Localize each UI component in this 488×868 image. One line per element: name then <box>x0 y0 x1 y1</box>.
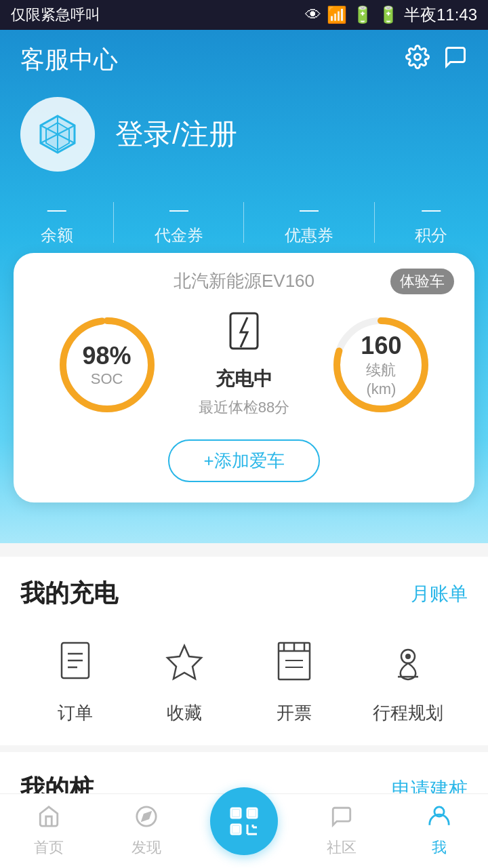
car-card: 北汽新能源EV160 体验车 98% SOC <box>14 253 474 502</box>
wifi-icon: 📶 <box>327 5 347 24</box>
order-icon-box <box>45 631 106 692</box>
order-item[interactable]: 订单 <box>45 631 106 725</box>
svg-marker-15 <box>167 646 201 679</box>
stat-coupon-label: 优惠券 <box>285 226 333 244</box>
stat-voucher-label: 代金券 <box>155 226 203 244</box>
order-label: 订单 <box>58 701 93 725</box>
route-label: 行程规划 <box>373 701 443 725</box>
stat-points-label: 积分 <box>415 226 447 244</box>
car-name: 北汽新能源EV160 <box>174 269 314 293</box>
stat-voucher-value: — <box>155 199 203 220</box>
user-section: 登录/注册 <box>0 90 488 192</box>
time-display: 半夜11:43 <box>404 4 477 26</box>
charging-icon-grid: 订单 收藏 <box>20 624 468 745</box>
invoice-label: 开票 <box>277 701 312 725</box>
status-emergency: 仅限紧急呼叫 <box>11 5 100 25</box>
status-right: 👁 📶 🔋 🔋 半夜11:43 <box>305 4 477 26</box>
nav-discover-label: 发现 <box>131 837 161 858</box>
stat-coupon-value: — <box>285 199 333 220</box>
stat-voucher[interactable]: — 代金券 <box>155 199 203 246</box>
nav-discover[interactable]: 发现 <box>98 805 195 858</box>
header-area: 客服中心 <box>0 30 488 543</box>
message-icon[interactable] <box>443 45 468 75</box>
home-icon <box>37 805 60 833</box>
car-card-wrapper: 北汽新能源EV160 体验车 98% SOC <box>0 253 488 502</box>
route-icon-box <box>378 631 439 692</box>
stat-balance-value: — <box>41 199 73 220</box>
stat-points-value: — <box>415 199 447 220</box>
add-car-button[interactable]: +添加爱车 <box>168 439 319 482</box>
svg-marker-42 <box>142 812 150 820</box>
invoice-icon-box <box>264 631 325 692</box>
nav-community[interactable]: 社区 <box>293 805 390 858</box>
nav-home[interactable]: 首页 <box>0 805 98 858</box>
soc-value: 98% SOC <box>83 342 131 388</box>
stat-balance[interactable]: — 余额 <box>41 199 73 246</box>
avatar[interactable] <box>20 97 95 172</box>
favorite-item[interactable]: 收藏 <box>154 631 215 725</box>
stat-coupon[interactable]: — 优惠券 <box>285 199 333 246</box>
favorite-label: 收藏 <box>167 701 202 725</box>
battery-icon: 🔋 <box>378 5 399 24</box>
user-info: 登录/注册 <box>115 115 237 153</box>
header-icons <box>405 45 468 75</box>
car-card-header: 北汽新能源EV160 体验车 <box>34 269 454 293</box>
trial-badge: 体验车 <box>390 269 454 294</box>
soc-circle: 98% SOC <box>53 311 161 419</box>
charging-health-text: 最近体检88分 <box>199 397 289 418</box>
compass-icon <box>135 805 158 833</box>
range-circle: 160 续航(km) <box>327 311 435 419</box>
nav-home-label: 首页 <box>34 837 64 858</box>
stat-points[interactable]: — 积分 <box>415 199 447 246</box>
nav-me[interactable]: 我 <box>390 805 488 858</box>
top-nav: 客服中心 <box>0 30 488 90</box>
svg-rect-46 <box>233 810 239 816</box>
svg-point-24 <box>406 654 410 658</box>
sim-icon: 🔋 <box>352 5 373 24</box>
favorite-icon-box <box>154 631 215 692</box>
stat-balance-label: 余额 <box>41 226 73 244</box>
stats-row: — 余额 — 代金券 — 优惠券 — 积分 <box>0 192 488 260</box>
charging-bolt-icon <box>227 312 261 361</box>
chat-icon <box>330 805 353 833</box>
my-charging-title: 我的充电 <box>20 577 118 610</box>
nav-center <box>195 808 293 855</box>
monthly-bill-link[interactable]: 月账单 <box>411 581 468 607</box>
route-item[interactable]: 行程规划 <box>373 631 443 725</box>
range-stat: 160 续航(km) <box>327 311 435 419</box>
bottom-nav: 首页 发现 <box>0 793 488 868</box>
settings-icon[interactable] <box>405 45 430 75</box>
invoice-item[interactable]: 开票 <box>264 631 325 725</box>
svg-rect-48 <box>233 827 239 832</box>
car-stats: 98% SOC 充电中 最近体检88分 <box>34 304 454 426</box>
svg-rect-8 <box>230 313 258 349</box>
charging-status-text: 充电中 <box>216 366 272 392</box>
svg-rect-47 <box>249 810 255 816</box>
soc-stat: 98% SOC <box>53 311 161 419</box>
main-content: 我的充电 月账单 订单 收藏 <box>0 557 488 745</box>
svg-point-0 <box>415 54 421 60</box>
section-divider-1 <box>0 745 488 752</box>
scan-button[interactable] <box>210 787 278 855</box>
nav-community-label: 社区 <box>327 837 357 858</box>
charging-info: 充电中 最近体检88分 <box>199 312 289 418</box>
nav-me-label: 我 <box>432 837 447 858</box>
my-charging-header: 我的充电 月账单 <box>20 557 468 624</box>
eye-icon: 👁 <box>305 5 321 24</box>
user-nav-icon <box>428 805 451 833</box>
status-bar: 仅限紧急呼叫 👁 📶 🔋 🔋 半夜11:43 <box>0 0 488 30</box>
range-value: 160 续航(km) <box>354 332 408 398</box>
add-car-section: +添加爱车 <box>34 439 454 482</box>
login-register-text[interactable]: 登录/注册 <box>115 118 237 150</box>
page-title: 客服中心 <box>20 43 118 77</box>
